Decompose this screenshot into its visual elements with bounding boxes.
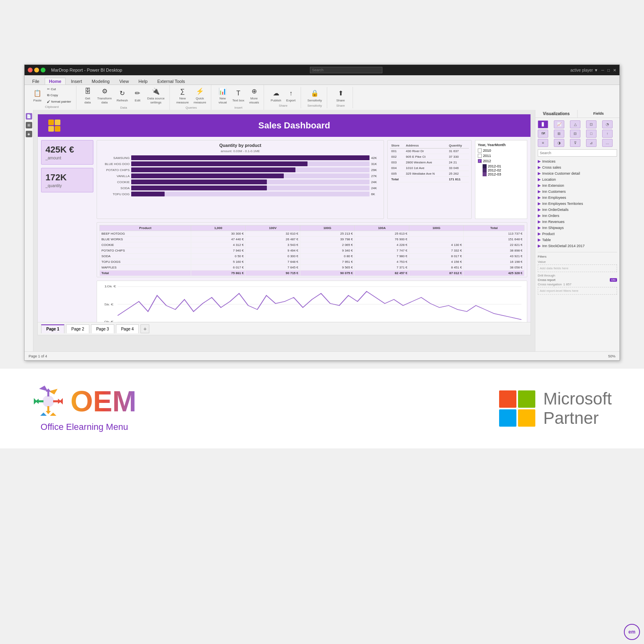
cell-v1: 30 300 € <box>191 231 246 236</box>
field-item-table[interactable]: ▶ Table <box>538 237 617 243</box>
close-button[interactable] <box>28 68 33 72</box>
viz-waterfall[interactable]: ⊿ <box>586 139 597 147</box>
cell-v1: 4 312 € <box>191 242 246 248</box>
field-item-stock[interactable]: ▶ Inn StockDetail 2014 2017 <box>538 243 617 249</box>
field-item-employees[interactable]: ▶ Inn Employees <box>538 194 617 200</box>
viz-pie[interactable]: ◔ <box>602 120 613 128</box>
data-view-icon[interactable]: ⊞ <box>26 122 32 128</box>
filter-2012-02[interactable]: 2012-02 <box>483 168 524 172</box>
new-measure-button[interactable]: ∑ New measure <box>175 86 190 105</box>
cell-address: 905 E Pike Ct <box>405 154 448 160</box>
field-expand-icon: ▶ <box>538 195 541 200</box>
field-item-invoice-customer[interactable]: ▶ Invoice Customer detail <box>538 170 617 176</box>
transform-data-button[interactable]: ⚙ Transform data <box>96 86 114 105</box>
window-restore-icon[interactable]: □ <box>607 68 610 72</box>
field-item-orderdetails[interactable]: ▶ Inn OrderDetails <box>538 206 617 213</box>
viz-line-chart[interactable]: 📈 <box>554 120 564 128</box>
more-visuals-button[interactable]: ⊕ More visuals <box>248 86 260 105</box>
viz-map[interactable]: 🗺 <box>538 130 548 138</box>
format-painter-button[interactable]: 🖌 format painter <box>45 99 73 104</box>
tab-external-tools[interactable]: External Tools <box>153 78 190 85</box>
viz-bar-chart[interactable]: ▊ <box>538 120 548 128</box>
viz-area-chart[interactable]: △ <box>570 120 580 128</box>
edit-queries-button[interactable]: ✏ Edit <box>131 88 144 103</box>
report-view-icon[interactable]: 📄 <box>26 113 32 120</box>
field-item-location[interactable]: ▶ Location <box>538 176 617 182</box>
maximize-button[interactable] <box>41 68 45 72</box>
page-tab-1[interactable]: Page 1 <box>41 324 64 333</box>
tab-home[interactable]: Home <box>45 78 66 85</box>
quick-measure-button[interactable]: ⚡ Quick measure <box>192 86 208 105</box>
tab-modeling[interactable]: Modeling <box>87 78 114 85</box>
tab-view[interactable]: View <box>115 78 133 85</box>
report-level-filter[interactable]: Add report-level filters here <box>538 287 617 295</box>
viz-slicer[interactable]: ≡ <box>538 139 548 147</box>
sensitivity-button[interactable]: 🔒 Sensitivity <box>306 88 324 103</box>
checkbox-2012[interactable]: ✓ <box>478 159 482 163</box>
status-bar: Page 1 of 4 50% <box>25 351 619 360</box>
copy-button[interactable]: ⧉ Copy <box>45 93 73 98</box>
field-item-product[interactable]: ▶ Product <box>538 231 617 237</box>
filter-2012[interactable]: ✓ 2012 <box>478 159 524 163</box>
share2-button[interactable]: ⬆ Share <box>334 88 347 103</box>
add-data-field[interactable]: Add data fields here <box>538 264 617 272</box>
datasource-button[interactable]: 🔌 Data source settings <box>146 86 166 105</box>
col-address: Address <box>405 143 448 149</box>
window-minimize-icon[interactable]: ─ <box>601 68 604 72</box>
export-button[interactable]: ↑ Export <box>285 88 297 103</box>
cell-total: 151 648 € <box>464 236 524 242</box>
field-label: Invoice Customer detail <box>542 171 580 175</box>
field-item-customers[interactable]: ▶ Inn Customers <box>538 188 617 194</box>
tab-file[interactable]: File <box>28 78 44 85</box>
filter-2012-03[interactable]: 2012-03 <box>483 172 524 176</box>
page-tab-4[interactable]: Page 4 <box>116 324 139 333</box>
line-chart-svg: 10k € 5k € 0k € mars 2012 <box>99 283 524 324</box>
viz-kpi[interactable]: ↑ <box>602 130 613 138</box>
viz-funnel[interactable]: ⊽ <box>570 139 580 147</box>
field-item-orders[interactable]: ▶ Inn Orders <box>538 213 617 219</box>
publish-button[interactable]: ☁ Publish <box>269 88 283 103</box>
checkbox-2010[interactable] <box>478 149 482 153</box>
field-item-invoices[interactable]: ▶ Invoices <box>538 158 617 164</box>
on-badge[interactable]: ON <box>610 278 617 282</box>
field-item-shipways[interactable]: ▶ Inn Shipways <box>538 225 617 231</box>
field-item-cross-sales[interactable]: ▶ Cross sales <box>538 164 617 170</box>
color-2012-02 <box>483 168 487 172</box>
filter-2010[interactable]: 2010 <box>478 149 524 153</box>
window-close-icon[interactable]: ✕ <box>613 68 616 72</box>
viz-scatter[interactable]: ⊡ <box>586 120 597 128</box>
field-item-emp-territories[interactable]: ▶ Inn Employees Territories <box>538 200 617 206</box>
dashboard-body: 425K € _amount 172K _quantity <box>38 137 530 335</box>
model-view-icon[interactable]: ◈ <box>26 131 32 137</box>
minimize-button[interactable] <box>34 68 39 72</box>
tab-help[interactable]: Help <box>134 78 152 85</box>
bar-chart-subtitle: amount: 0.03M - 0.1-0.1ME <box>99 149 381 153</box>
refresh-button[interactable]: ↻ Refresh <box>115 88 130 103</box>
share-label: Share <box>279 104 287 107</box>
tab-insert[interactable]: Insert <box>66 78 87 85</box>
get-data-button[interactable]: 🗄 Get data <box>81 86 94 105</box>
paste-button[interactable]: 📋 Paste <box>31 88 44 103</box>
viz-more[interactable]: … <box>602 139 613 147</box>
viz-gauge[interactable]: ◑ <box>554 139 564 147</box>
cut-button[interactable]: ✂ Cut <box>45 87 73 92</box>
viz-matrix[interactable]: ⊟ <box>570 130 580 138</box>
viz-card[interactable]: □ <box>586 130 597 138</box>
filter-2011[interactable]: 2011 <box>478 154 524 158</box>
viz-table[interactable]: ⊞ <box>554 130 564 138</box>
checkbox-2011[interactable] <box>478 154 482 158</box>
search-input[interactable] <box>310 67 382 73</box>
page-tab-2[interactable]: Page 2 <box>66 324 89 333</box>
field-item-extension[interactable]: ▶ Inn Extension <box>538 182 617 188</box>
fields-search-input[interactable] <box>538 149 617 157</box>
oem-logo: OEM Office Elearning Menu <box>32 385 136 432</box>
filter-2012-01[interactable]: 2012-01 <box>483 164 524 168</box>
field-item-revenues[interactable]: ▶ Inn Revenues <box>538 219 617 225</box>
textbox-button[interactable]: T Text box <box>231 88 246 103</box>
ms-yellow-square <box>518 409 535 427</box>
bar-fill-samsung <box>131 155 369 160</box>
add-page-button[interactable]: + <box>140 324 149 333</box>
cell-v2: 26 487 € <box>246 236 300 242</box>
page-tab-3[interactable]: Page 3 <box>91 324 114 333</box>
new-visual-button[interactable]: 📊 New visual <box>216 86 229 105</box>
